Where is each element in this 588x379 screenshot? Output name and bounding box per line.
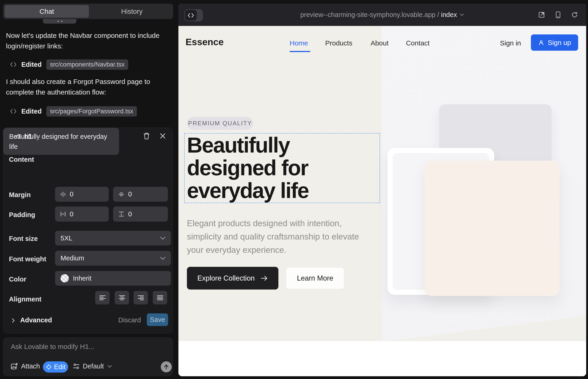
chevron-down-icon: [107, 365, 112, 368]
mobile-view-icon[interactable]: [555, 11, 561, 18]
explore-collection-button[interactable]: Explore Collection: [187, 267, 279, 289]
attach-image-icon: [11, 363, 18, 370]
next-section-background: [178, 341, 586, 376]
hero-heading[interactable]: Beautifully designed for everyday life: [187, 134, 380, 202]
edit-label: Edit: [54, 363, 66, 371]
margin-label: Margin: [9, 191, 31, 199]
open-external-icon[interactable]: [538, 12, 545, 18]
edited-label: Edited: [21, 61, 42, 68]
tab-chat[interactable]: Chat: [5, 5, 89, 18]
decor-card-cream: [425, 161, 559, 296]
font-weight-select[interactable]: Medium: [55, 251, 171, 266]
edited-file-chip[interactable]: src/pages/ForgotPassword.tsx: [46, 106, 137, 117]
sign-up-button[interactable]: Sign up: [531, 34, 578, 51]
padding-label: Padding: [9, 211, 35, 219]
site-brand[interactable]: Essence: [186, 37, 224, 47]
preview-url-bar[interactable]: preview--charming-site-symphony.lovable.…: [178, 4, 586, 26]
send-button[interactable]: [161, 361, 172, 372]
font-size-label: Font size: [9, 235, 38, 242]
arrow-right-icon: [261, 275, 268, 281]
site-navbar: Essence Home Products About Contact Sign…: [178, 26, 586, 60]
url-separator: /: [437, 11, 439, 19]
assistant-message: I should also create a Forgot Password p…: [6, 76, 167, 97]
chevron-down-icon: [160, 236, 166, 240]
cta-primary-label: Explore Collection: [198, 274, 255, 283]
assistant-message: Now let's update the Navbar component to…: [6, 30, 167, 51]
nav-link-home[interactable]: Home: [290, 39, 308, 47]
nav-link-products[interactable]: Products: [325, 39, 352, 47]
delete-element-button[interactable]: [143, 132, 150, 140]
mode-label: Default: [83, 363, 104, 370]
code-icon: [10, 108, 17, 114]
sliders-icon: [73, 363, 79, 370]
mode-selector[interactable]: Default: [73, 363, 112, 370]
padding-x-input[interactable]: 0: [55, 206, 109, 222]
text-size-icon: [15, 133, 22, 140]
scrolled-message-pill: [43, 19, 76, 24]
edited-file-chip[interactable]: src/components/Navbar.tsx: [46, 59, 128, 70]
chevron-down-icon: [460, 13, 464, 16]
file-edit-row: Edited src/pages/ForgotPassword.tsx: [10, 106, 137, 117]
margin-x-value: 0: [70, 190, 73, 198]
attach-label: Attach: [21, 363, 40, 370]
chat-history-tabbar: Chat History: [3, 4, 173, 19]
preview-url: preview--charming-site-symphony.lovable.…: [300, 11, 435, 19]
file-edit-row: Edited src/components/Navbar.tsx: [10, 59, 128, 70]
margin-y-value: 0: [128, 190, 132, 198]
dot-icon: [61, 21, 62, 22]
preview-panel: preview--charming-site-symphony.lovable.…: [178, 4, 586, 376]
save-button[interactable]: Save: [147, 313, 168, 326]
advanced-toggle[interactable]: Advanced: [20, 316, 52, 324]
font-weight-value: Medium: [61, 254, 84, 262]
premium-quality-badge: PREMIUM QUALITY: [187, 117, 253, 130]
user-icon: [538, 39, 544, 46]
color-label: Color: [9, 276, 26, 283]
align-justify-button[interactable]: [153, 291, 167, 304]
refresh-icon[interactable]: [571, 12, 578, 18]
nav-link-about[interactable]: About: [371, 39, 388, 47]
align-right-button[interactable]: [134, 291, 148, 304]
lovable-workspace: Chat History Now let's update the Navbar…: [0, 0, 588, 379]
padding-horizontal-icon: [60, 211, 66, 217]
attach-button[interactable]: Attach: [11, 363, 40, 370]
dot-icon: [58, 21, 59, 22]
chevron-down-icon: [160, 256, 166, 260]
padding-y-input[interactable]: 0: [113, 206, 168, 222]
color-value: Inherit: [73, 275, 92, 282]
sign-in-link[interactable]: Sign in: [500, 39, 521, 47]
hero-paragraph: Elegant products designed with intention…: [187, 217, 373, 257]
padding-y-value: 0: [128, 210, 132, 218]
align-left-button[interactable]: [95, 291, 110, 304]
crosshair-icon: [46, 364, 52, 370]
chat-composer: Attach Edit Default: [3, 337, 173, 376]
font-size-select[interactable]: 5XL: [55, 231, 171, 245]
site-canvas: Essence Home Products About Contact Sign…: [178, 26, 586, 376]
color-swatch-icon: [61, 274, 69, 283]
chevron-right-icon: [12, 318, 15, 323]
edit-mode-button[interactable]: Edit: [43, 361, 68, 373]
sign-up-label: Sign up: [548, 39, 571, 47]
margin-x-input[interactable]: 0: [55, 187, 109, 202]
nav-link-contact[interactable]: Contact: [406, 39, 430, 47]
close-icon[interactable]: [159, 133, 166, 139]
color-select[interactable]: Inherit: [55, 271, 171, 286]
preview-topbar: preview--charming-site-symphony.lovable.…: [178, 4, 586, 26]
element-tag-label: h1: [24, 133, 32, 141]
edited-label: Edited: [21, 108, 42, 115]
discard-button[interactable]: Discard: [118, 316, 141, 324]
align-center-button[interactable]: [115, 291, 129, 304]
active-nav-underline: [290, 51, 310, 52]
content-label: Content: [9, 156, 34, 163]
padding-x-value: 0: [70, 210, 73, 218]
code-icon: [10, 62, 17, 67]
alignment-label: Alignment: [9, 296, 42, 303]
font-weight-label: Font weight: [9, 255, 46, 263]
element-editor-panel: h1 Content Beautifully designed for ever…: [3, 127, 173, 333]
composer-input[interactable]: [11, 343, 167, 355]
learn-more-button[interactable]: Learn More: [286, 267, 344, 289]
preview-page: index: [441, 11, 457, 19]
margin-y-input[interactable]: 0: [113, 187, 168, 202]
margin-horizontal-icon: [60, 191, 66, 198]
selected-element-tag: h1: [8, 130, 39, 143]
tab-history[interactable]: History: [91, 4, 173, 19]
